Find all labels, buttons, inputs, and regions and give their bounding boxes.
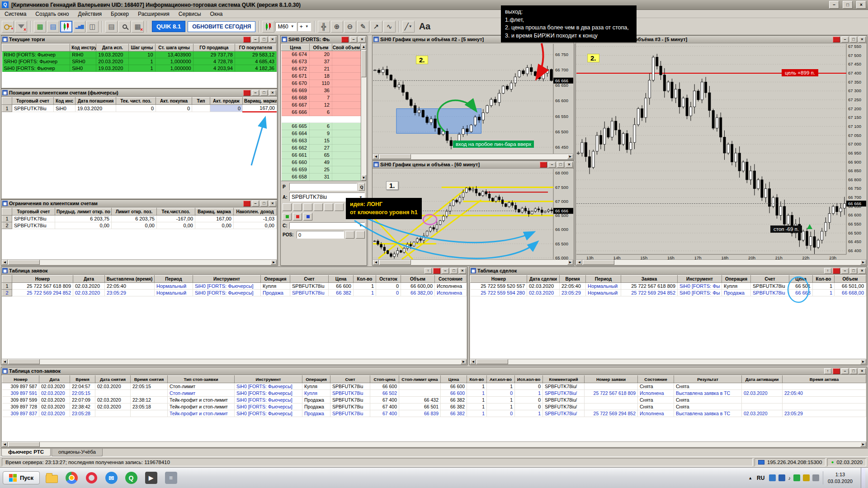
sell-button[interactable] [293,213,302,221]
column-header[interactable]: Свой объем [332,44,361,51]
column-header[interactable]: Лимит откр. поз. [112,208,157,216]
column-header[interactable]: Тип стоп-заявки [168,376,235,383]
menu-windows[interactable]: Окна [206,10,227,18]
window-titlebar[interactable]: ▦ SiH0 [FORTS: Фь – × [281,36,367,43]
maximize-button[interactable]: □ [850,37,857,42]
column-header[interactable] [2,276,12,283]
column-header[interactable]: Состояние [435,276,467,283]
minimize-button[interactable]: – [252,37,259,42]
column-header[interactable]: Счет [330,376,370,383]
scroll-left-icon[interactable]: ◄ [2,359,8,364]
tray-icon-1[interactable] [769,474,776,481]
column-header[interactable] [2,44,70,52]
minimize-button[interactable]: – [841,37,849,42]
column-header[interactable]: Цена [282,44,310,51]
maximize-button[interactable]: □ [260,201,268,206]
language-indicator[interactable]: RU [755,474,766,482]
horizontal-scrollbar[interactable]: ◄ ► [373,259,573,265]
dom-row[interactable]: 66 67420 [282,51,361,58]
scroll-left-icon[interactable]: ◄ [576,260,582,265]
scroll-left-icon[interactable]: ◄ [2,442,8,447]
pin-icon[interactable] [540,162,547,168]
horizontal-scrollbar[interactable]: ◄ ► [2,259,277,265]
table-row[interactable]: 1SPBFUTK78iu6 203,756 203,75-167,00167,0… [2,216,277,222]
menu-broker[interactable]: Брокер [106,10,133,18]
column-header[interactable]: Счет [751,276,789,283]
close-button[interactable]: × [359,37,366,42]
position-button[interactable] [356,231,365,239]
start-button[interactable]: Пуск [3,471,40,484]
scroll-right-icon[interactable]: ► [860,260,866,265]
close-button[interactable]: × [459,268,466,274]
close-button[interactable]: × [566,162,573,168]
table-row[interactable]: SiH0 [FORTS: ФьючерSiH019.03.202011,0000… [2,65,277,72]
close-button[interactable]: × [269,90,276,96]
table-row[interactable]: 25 722 559 594 28002.03.202023:05:29Норм… [471,290,866,296]
minimize-button[interactable]: – [829,1,839,9]
column-header[interactable]: Цена [441,376,467,383]
column-header[interactable]: Операция [261,276,290,283]
column-header[interactable]: Тек.чист.поз. [157,208,195,216]
column-header[interactable]: Дата снятия [95,376,131,383]
column-header[interactable]: Вариац. маржа [195,208,234,216]
tray-expand-icon[interactable]: ▲ [748,476,752,480]
horizontal-scrollbar[interactable]: ◄ ► [373,154,573,159]
print-icon[interactable]: ▤ [105,21,118,33]
column-header[interactable]: Кол-во [813,276,835,283]
horizontal-scrollbar[interactable]: ◄ ► [576,259,866,265]
column-header[interactable]: Время [70,376,95,383]
move-tool-icon[interactable]: ╬ [318,21,330,33]
menu-create-window[interactable]: Создать окно [31,10,73,18]
column-header[interactable]: Акт.кол-во [487,376,515,383]
scroll-thumb[interactable] [8,359,40,364]
dom-row[interactable]: 66 66315 [282,137,361,145]
column-header[interactable]: Торговый счет [12,98,54,105]
column-header[interactable]: Объем [401,276,435,283]
window-titlebar[interactable]: ▤ SiH0 График цены и объёма - [60 минут]… [373,161,574,169]
entry-tool-button[interactable] [324,203,333,211]
export-icon[interactable]: ↑ [824,268,831,274]
pin-icon[interactable] [243,37,250,42]
table-row[interactable]: 309 897 72802.03.202022:38:4202.03.20202… [2,404,866,410]
window-titlebar[interactable]: ▦ Позиции по клиентским счетам (фьючерсы… [1,89,277,97]
price-input[interactable] [289,183,357,191]
column-header[interactable]: Дата активации [742,376,783,383]
vertical-scrollbar[interactable]: ▲ ▼ [361,44,366,181]
text-tool-icon[interactable]: Aa [419,21,431,32]
taskbar-messenger-icon[interactable]: ✉ [103,470,119,486]
pencil-tool-icon[interactable]: ✎ [357,21,369,33]
dom-row[interactable]: 66 670110 [282,80,361,87]
column-header[interactable]: Стоп-лимит цена [399,376,441,383]
add-indicator-select[interactable]: +▼ [297,22,311,31]
candle-tool-icon[interactable] [262,21,274,33]
maximize-button[interactable]: □ [850,368,857,374]
column-header[interactable]: Объем [835,276,866,283]
cancel-orders-button[interactable] [303,213,312,221]
taskbar-quik-icon[interactable]: Q [123,470,139,486]
column-header[interactable]: Акт. продаж [210,98,243,105]
dom-row[interactable]: 66 6649 [282,130,361,137]
dom-row[interactable]: 66 6666 [282,109,361,116]
column-header[interactable]: Исп.кол-во [515,376,543,383]
column-header[interactable]: Дата погашения [75,98,116,105]
client-code-select[interactable]: ▼ [289,222,365,229]
filter-cancel-icon[interactable]: × [15,21,27,33]
scroll-right-icon[interactable]: ► [461,359,467,364]
export-icon[interactable]: ↑ [425,268,432,274]
column-header[interactable]: Ст. шага цены [155,44,193,52]
table-row[interactable]: RIH0 [FORTS: ФьючерRIH019.03.20201013,40… [2,52,277,58]
taskbar-opera-icon[interactable] [83,470,99,486]
maximize-button[interactable]: □ [260,37,268,42]
dom-row[interactable]: 66 65925 [282,166,361,174]
pin-icon[interactable] [243,201,250,206]
buy-button[interactable] [283,213,292,221]
pin-icon[interactable] [433,268,440,274]
close-button[interactable]: × [859,368,866,374]
minimize-button[interactable]: – [841,368,849,374]
tray-icon-2[interactable] [778,474,785,481]
scroll-thumb[interactable] [583,260,614,265]
scroll-down-icon[interactable]: ▼ [361,175,366,181]
column-header[interactable]: Цена [329,276,354,283]
window-titlebar[interactable]: ▦ Ограничения по клиентским счетам – □ × [1,200,277,207]
column-header[interactable]: Время актива [783,376,866,383]
